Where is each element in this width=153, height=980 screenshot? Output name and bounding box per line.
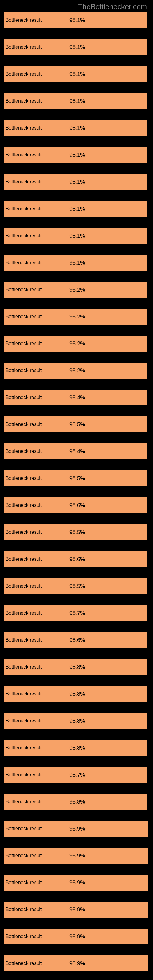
bar-row: Bottleneck result98.1% [4,174,149,190]
bar-label: Bottleneck result [5,637,41,643]
bar-row: Bottleneck result98.4% [4,390,149,406]
bar-label: Bottleneck result [5,476,41,481]
bar-row: Bottleneck result98.7% [4,767,149,783]
bar-row: Bottleneck result98.9% [4,821,149,837]
bar-label: Bottleneck result [5,745,41,751]
bar-value: 98.5% [70,529,85,536]
bar-row: Bottleneck result98.1% [4,66,149,82]
bar-label: Bottleneck result [5,18,41,23]
bar-row: Bottleneck result98.1% [4,228,149,244]
bar-row: Bottleneck result98.8% [4,659,149,675]
bar-row: Bottleneck result98.1% [4,93,149,109]
bar-value: 98.6% [70,502,85,509]
bar-label: Bottleneck result [5,152,41,158]
bar-value: 98.1% [70,206,85,212]
bar-value: 98.7% [70,772,85,778]
bar-value: 98.4% [70,449,85,455]
bar-value: 98.2% [70,286,85,293]
bar-row: Bottleneck result98.1% [4,255,149,271]
bar-row: Bottleneck result98.5% [4,470,149,486]
bar-value: 98.1% [70,260,85,266]
bar-label: Bottleneck result [5,880,41,885]
bar-label: Bottleneck result [5,314,41,320]
bar-value: 98.7% [70,610,85,616]
bar-value: 98.8% [70,664,85,670]
bar-value: 98.9% [70,826,85,832]
bar-value: 98.9% [70,934,85,940]
page-header: TheBottlenecker.com [0,0,153,12]
bar-row: Bottleneck result98.8% [4,794,149,810]
bar-label: Bottleneck result [5,503,41,508]
bar-row: Bottleneck result98.9% [4,875,149,891]
bar-row: Bottleneck result98.8% [4,686,149,702]
bar-label: Bottleneck result [5,584,41,589]
bar-value: 98.8% [70,799,85,805]
site-title: TheBottlenecker.com [78,2,147,11]
bar-row: Bottleneck result98.6% [4,551,149,567]
bar-row: Bottleneck result98.2% [4,309,149,325]
bar-label: Bottleneck result [5,557,41,562]
bar-row: Bottleneck result98.9% [4,848,149,864]
bar-row: Bottleneck result98.9% [4,902,149,918]
bar-value: 98.8% [70,718,85,724]
bar-label: Bottleneck result [5,206,41,212]
bar-row: Bottleneck result98.6% [4,497,149,513]
bar-row: Bottleneck result98.1% [4,201,149,217]
bar-value: 98.2% [70,313,85,320]
bar-row: Bottleneck result98.1% [4,12,149,28]
bar-value: 98.5% [70,583,85,590]
bar-label: Bottleneck result [5,664,41,670]
bar-label: Bottleneck result [5,287,41,293]
bar-row: Bottleneck result98.1% [4,39,149,55]
bar-label: Bottleneck result [5,907,41,912]
bar-label: Bottleneck result [5,961,41,966]
bar-value: 98.1% [70,17,85,24]
bar-value: 98.8% [70,691,85,697]
bar-value: 98.1% [70,152,85,158]
bar-label: Bottleneck result [5,449,41,454]
bar-value: 98.5% [70,475,85,482]
bar-label: Bottleneck result [5,45,41,50]
bar-value: 98.9% [70,853,85,859]
bar-value: 98.6% [70,556,85,563]
bar-row: Bottleneck result98.7% [4,605,149,621]
bar-label: Bottleneck result [5,260,41,266]
bar-row: Bottleneck result98.1% [4,147,149,163]
bar-row: Bottleneck result98.6% [4,632,149,648]
bar-row: Bottleneck result98.5% [4,578,149,594]
bar-label: Bottleneck result [5,98,41,104]
bar-row: Bottleneck result98.2% [4,336,149,352]
bar-value: 98.1% [70,44,85,51]
bar-label: Bottleneck result [5,395,41,400]
bar-label: Bottleneck result [5,718,41,724]
bar-label: Bottleneck result [5,772,41,778]
bar-label: Bottleneck result [5,853,41,858]
bar-value: 98.2% [70,368,85,374]
bar-label: Bottleneck result [5,341,41,346]
bar-row: Bottleneck result98.5% [4,524,149,540]
bar-label: Bottleneck result [5,125,41,131]
bar-value: 98.1% [70,179,85,185]
bar-label: Bottleneck result [5,530,41,535]
bar-value: 98.9% [70,960,85,967]
bar-value: 98.6% [70,637,85,643]
bar-label: Bottleneck result [5,799,41,805]
bar-label: Bottleneck result [5,691,41,697]
bar-value: 98.4% [70,395,85,401]
bar-value: 98.1% [70,233,85,239]
chart-container: Bottleneck result98.1%Bottleneck result9… [0,12,153,971]
bar-row: Bottleneck result98.8% [4,713,149,729]
bar-value: 98.1% [70,71,85,78]
bar-row: Bottleneck result98.5% [4,417,149,433]
bar-row: Bottleneck result98.1% [4,120,149,136]
bar-value: 98.1% [70,125,85,131]
bar-value: 98.1% [70,98,85,105]
bar-value: 98.8% [70,745,85,751]
bar-label: Bottleneck result [5,934,41,939]
bar-value: 98.9% [70,880,85,886]
bar-row: Bottleneck result98.8% [4,740,149,756]
bar-row: Bottleneck result98.9% [4,956,149,971]
bar-label: Bottleneck result [5,233,41,239]
bar-value: 98.9% [70,907,85,913]
bar-row: Bottleneck result98.9% [4,929,149,945]
